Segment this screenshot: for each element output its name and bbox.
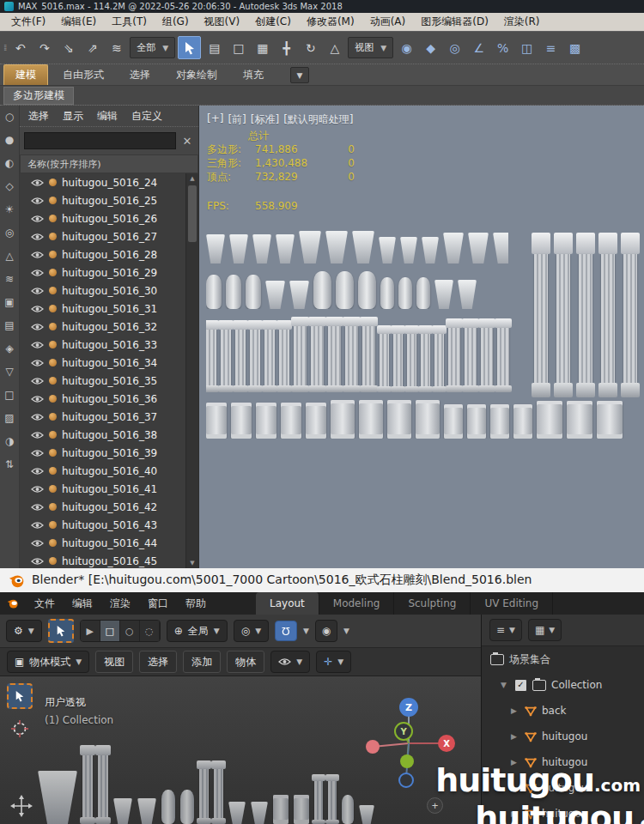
viewport-menu-view[interactable]: 视图 [95,651,133,673]
visibility-eye-icon[interactable] [31,413,44,421]
expand-caret-icon[interactable]: ▶ [511,732,519,741]
explorer-list-item[interactable]: huitugou_5016_34 [20,354,186,372]
menu-graph-editors[interactable]: 图形编辑器(D) [413,15,496,29]
undo-icon[interactable]: ↶ [9,37,31,58]
tab-object-paint[interactable]: 对象绘制 [165,65,228,85]
outliner-filter-dropdown[interactable]: ≡▼ [489,619,522,641]
explorer-list-item[interactable]: huitugou_5016_26 [20,209,186,227]
visibility-eye-icon[interactable] [31,431,44,439]
reference-coordinate-dropdown[interactable]: 视图▼ [348,37,393,58]
explorer-sort-header[interactable]: 名称(按升序排序) [20,154,198,173]
proportional-editing-button[interactable]: ◉ [315,620,337,642]
pivot-point-dropdown[interactable]: ◎▼ [234,620,269,642]
tab-uv-editing[interactable]: UV Editing [471,592,553,615]
explorer-list-item[interactable]: huitugou_5016_44 [20,534,186,552]
expand-caret-icon[interactable]: ▶ [511,706,519,715]
toolbar-grip[interactable]: ⁞⁞ [3,43,5,52]
display-materials-icon[interactable]: ◈ [3,342,15,354]
visibility-dropdown[interactable]: ▼ [270,651,310,673]
explorer-list-item[interactable]: huitugou_5016_28 [20,245,186,264]
expand-caret-icon[interactable]: ▶ [511,758,519,766]
outliner-object-row[interactable]: ▶ back [482,698,644,724]
display-none-icon[interactable]: ● [3,134,15,146]
tab-populate[interactable]: 填充 [232,65,275,85]
expand-caret-icon[interactable]: ▶ [511,784,519,792]
clear-search-icon[interactable]: ✕ [180,135,194,148]
tab-modeling[interactable]: 建模 [3,64,48,85]
viewport-standard-menu[interactable]: [标准] [251,112,279,127]
visibility-eye-icon[interactable] [31,395,44,403]
align-icon[interactable]: ≡ [540,37,562,58]
scroll-up-icon[interactable]: ▲ [186,173,198,184]
transform-orientation-dropdown[interactable]: ⊕ 全局 ▼ [167,620,228,642]
use-pivot-center-icon[interactable]: ◉ [396,37,417,58]
blender-viewport[interactable]: 用户透视 (1) Collection Z Y X [0,676,481,824]
outliner-object-row[interactable]: ▶ huitugou [482,724,644,749]
expand-caret-icon[interactable]: ▶ [511,809,519,818]
snap-options-chevron[interactable]: ▼ [303,627,309,635]
display-lights-icon[interactable]: ☀ [3,203,15,215]
circle-select-tool-button[interactable]: ○ [120,621,140,641]
visibility-eye-icon[interactable] [31,341,44,349]
explorer-list-item[interactable]: huitugou_5016_29 [20,264,186,282]
expand-caret-icon[interactable]: ▼ [501,681,509,689]
proportional-options-chevron[interactable]: ▼ [343,627,349,635]
menu-group[interactable]: 组(G) [155,15,197,29]
explorer-list-item[interactable]: huitugou_5016_43 [20,516,186,534]
viewport-menu-select[interactable]: 选择 [139,651,177,673]
explorer-list-item[interactable]: huitugou_5016_33 [20,336,186,354]
visibility-eye-icon[interactable] [31,449,44,457]
rectangular-selection-icon[interactable]: □ [228,37,249,58]
mode-dropdown[interactable]: ▣ 物体模式 ▼ [7,651,89,673]
viewport-menu-object[interactable]: 物体 [227,651,264,673]
menu-edit[interactable]: 编辑(E) [53,15,104,29]
menu-help[interactable]: 帮助 [177,592,215,615]
menu-modifiers[interactable]: 修改器(M) [299,15,362,29]
tool-options-dropdown[interactable]: ⚙▼ [6,620,42,642]
explorer-list-item[interactable]: huitugou_5016_32 [20,318,186,336]
viewport-select-tool-button[interactable] [7,683,33,709]
menu-window[interactable]: 窗口 [139,592,177,615]
select-and-rotate-icon[interactable]: ↻ [300,37,321,58]
display-cameras-icon[interactable]: ◎ [3,227,15,239]
visibility-eye-icon[interactable] [31,359,44,367]
outliner-object-row[interactable]: ▶ huitugou [482,801,644,824]
redo-icon[interactable]: ↷ [33,37,55,58]
snaps-toggle-icon[interactable]: ◎ [444,37,465,58]
viewport-3d-cursor-tool-button[interactable] [7,716,33,742]
display-all-icon[interactable]: ○ [3,111,15,123]
ribbon-collapse-button[interactable]: ▼ [290,67,309,83]
display-shapes-icon[interactable]: ◇ [3,180,15,192]
active-tool-select-button[interactable] [48,619,74,643]
visibility-eye-icon[interactable] [31,521,44,530]
explorer-list-item[interactable]: huitugou_5016_41 [20,480,186,498]
explorer-list-item[interactable]: huitugou_5016_31 [20,300,186,318]
outliner-scene-collection[interactable]: 场景集合 [482,646,644,672]
explorer-list-item[interactable]: huitugou_5016_27 [20,227,186,245]
outliner-object-row[interactable]: ▶ huitugou [482,749,644,775]
move-view-icon[interactable] [10,795,33,817]
tab-edit[interactable]: 编辑 [97,109,118,124]
unlink-selection-icon[interactable]: ⇗ [82,37,103,58]
select-and-move-icon[interactable]: ╋ [276,37,297,58]
explorer-list-item[interactable]: huitugou_5016_30 [20,282,186,300]
explorer-list-item[interactable]: huitugou_5016_36 [20,390,186,408]
explorer-list-item[interactable]: huitugou_5016_42 [20,498,186,516]
visibility-eye-icon[interactable] [31,305,44,313]
zoom-in-button[interactable]: + [427,797,443,814]
menu-create[interactable]: 创建(C) [247,15,299,29]
scroll-down-icon[interactable]: ▼ [186,558,198,568]
menu-file[interactable]: 文件 [26,592,64,615]
display-geometry-icon[interactable]: ◐ [3,157,15,169]
explorer-scrollbar[interactable]: ▲ ▼ [185,173,198,568]
outliner-object-row[interactable]: ▶ huitugou [482,775,644,801]
tab-modeling[interactable]: Modeling [319,592,395,615]
visibility-eye-icon[interactable] [31,323,44,331]
outliner-collection-row[interactable]: ▼ ✓ Collection [482,672,644,698]
tab-display[interactable]: 显示 [63,109,83,124]
display-xrefs-icon[interactable]: ▤ [3,319,15,331]
select-and-manipulate-icon[interactable]: ◆ [420,37,441,58]
visibility-eye-icon[interactable] [31,485,44,494]
explorer-list-item[interactable]: huitugou_5016_39 [20,444,186,462]
mirror-icon[interactable]: ◫ [516,37,538,58]
